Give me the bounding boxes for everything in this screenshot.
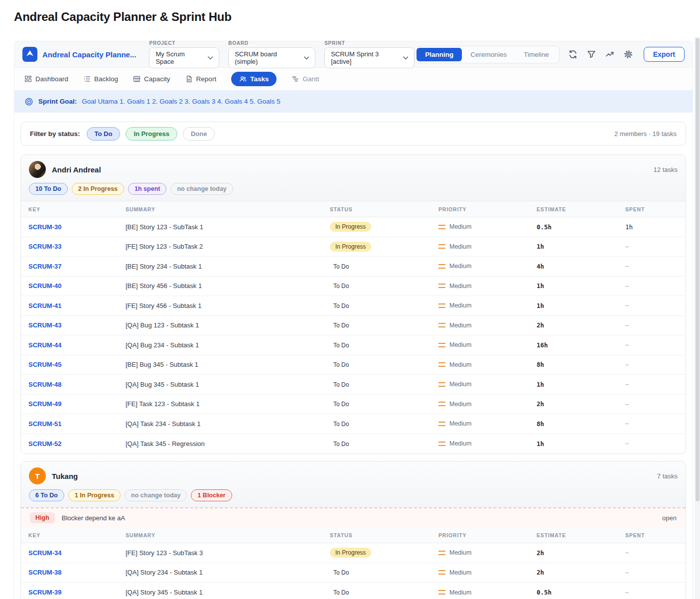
nav-item-dashboard[interactable]: Dashboard [24, 75, 68, 83]
nav-item-backlog[interactable]: Backlog [83, 75, 118, 83]
nav-item-gantt[interactable]: Gantt [291, 75, 319, 83]
selector-group: PROJECT My Scrum Space BOARD SCRUM board… [149, 40, 415, 68]
nav-label: Report [196, 75, 217, 83]
filter-chip-todo[interactable]: To Do [87, 127, 121, 141]
col-status: STATUS [330, 206, 438, 212]
task-status-cell: To Do [330, 400, 438, 408]
task-estimate: 1h [537, 282, 625, 290]
table-body: SCRUM-34[FE] Story 123 - SubTask 3In Pro… [21, 543, 686, 599]
task-status: In Progress [330, 242, 371, 252]
task-key-link[interactable]: SCRUM-52 [28, 440, 61, 448]
task-key-cell: SCRUM-43 [28, 321, 126, 329]
task-estimate: 1h [537, 243, 625, 250]
task-row: SCRUM-48[QA] Bug 345 - Subtask 1To DoMed… [21, 375, 686, 395]
task-key-link[interactable]: SCRUM-49 [28, 400, 61, 408]
task-spent: – [625, 263, 686, 270]
task-priority: Medium [449, 381, 471, 388]
priority-medium-icon [438, 570, 445, 575]
table-header: KEY SUMMARY STATUS PRIORITY ESTIMATE SPE… [21, 201, 686, 217]
trend-icon[interactable] [605, 49, 615, 59]
task-row: SCRUM-38[QA] Story 234 - Subtask 1To DoM… [21, 563, 686, 583]
page-title: Andreal Capacity Planner & Sprint Hub [14, 10, 232, 24]
project-label: PROJECT [149, 40, 219, 46]
task-key-link[interactable]: SCRUM-45 [28, 361, 61, 368]
task-status: To Do [330, 401, 349, 408]
task-key-cell: SCRUM-49 [28, 400, 126, 408]
task-summary: [FE] Story 123 - SubTask 2 [126, 243, 330, 250]
task-status-cell: To Do [330, 341, 438, 349]
task-status: To Do [330, 361, 349, 368]
board-select-value: SCRUM board (simple) [235, 50, 298, 65]
blocker-state[interactable]: open [662, 514, 677, 522]
export-button[interactable]: Export [644, 47, 685, 62]
task-status: To Do [330, 441, 349, 448]
app-logo-icon [22, 47, 37, 62]
task-priority: Medium [449, 589, 471, 596]
member-badge-inprogress: 2 In Progress [72, 183, 124, 195]
member-badge-blocker: 1 Blocker [191, 489, 232, 501]
task-status: To Do [330, 263, 349, 270]
task-summary: [QA] Task 234 - Subtask 1 [126, 420, 330, 428]
filter-chip-done[interactable]: Done [183, 127, 215, 141]
task-key-link[interactable]: SCRUM-39 [28, 589, 61, 596]
task-key-cell: SCRUM-51 [28, 420, 126, 428]
nav-item-capacity[interactable]: Capacity [133, 75, 170, 83]
member-badges: 6 To Do1 In Progressno change today1 Blo… [29, 489, 678, 501]
task-status-cell: In Progress [330, 242, 438, 252]
task-status: In Progress [330, 548, 371, 558]
dashboard-icon [24, 75, 32, 83]
task-spent: – [625, 322, 686, 329]
gantt-icon [291, 75, 299, 83]
priority-medium-icon [438, 225, 445, 229]
task-key-link[interactable]: SCRUM-41 [28, 302, 61, 309]
task-estimate: 1h [537, 381, 625, 388]
task-key-link[interactable]: SCRUM-43 [28, 321, 61, 329]
task-spent: – [625, 420, 686, 427]
task-status: To Do [330, 283, 349, 290]
tab-planning[interactable]: Planning [417, 48, 462, 61]
task-status: To Do [330, 589, 349, 596]
member-section-andri: Andri Andreal 12 tasks 10 To Do2 In Prog… [20, 154, 686, 454]
task-key-link[interactable]: SCRUM-44 [28, 341, 61, 349]
task-status-cell: To Do [330, 569, 438, 576]
nav-item-tasks[interactable]: Tasks [231, 72, 277, 86]
priority-medium-icon [438, 422, 445, 426]
scrollbar-thumb[interactable] [696, 38, 700, 501]
task-summary: [QA] Bug 345 - Subtask 1 [126, 381, 330, 388]
task-status: To Do [330, 302, 349, 309]
task-key-link[interactable]: SCRUM-37 [28, 263, 61, 270]
task-row: SCRUM-37[BE] Story 234 - Subtask 1To DoM… [21, 257, 686, 277]
task-key-link[interactable]: SCRUM-51 [28, 420, 61, 428]
project-select[interactable]: My Scrum Space [149, 47, 219, 68]
filter-icon[interactable] [586, 49, 596, 59]
task-key-link[interactable]: SCRUM-40 [28, 282, 61, 290]
member-avatar-initial: T [29, 467, 46, 484]
task-key-link[interactable]: SCRUM-34 [28, 549, 61, 557]
board-select[interactable]: SCRUM board (simple) [228, 47, 315, 68]
task-priority-cell: Medium [438, 549, 537, 556]
backlog-icon [83, 75, 91, 83]
gear-icon[interactable] [623, 49, 633, 59]
task-key-link[interactable]: SCRUM-33 [28, 243, 61, 250]
tab-timeline[interactable]: Timeline [515, 48, 558, 61]
task-status: To Do [330, 381, 349, 388]
task-key-cell: SCRUM-52 [28, 440, 126, 448]
refresh-icon[interactable] [568, 49, 578, 59]
scrollbar[interactable] [695, 37, 700, 599]
task-priority: Medium [449, 223, 471, 230]
task-key-cell: SCRUM-33 [28, 243, 126, 250]
task-priority: Medium [449, 549, 471, 556]
task-key-link[interactable]: SCRUM-48 [28, 381, 61, 388]
member-header: T Tukang 7 tasks 6 To Do1 In Progressno … [21, 461, 686, 507]
report-icon [185, 75, 193, 83]
nav-item-report[interactable]: Report [185, 75, 217, 83]
task-key-link[interactable]: SCRUM-30 [28, 223, 61, 231]
sprint-select[interactable]: SCRUM Sprint 3 [active] [324, 47, 415, 68]
task-priority: Medium [449, 361, 471, 368]
tab-ceremonies[interactable]: Ceremonies [462, 48, 515, 61]
task-estimate: 1h [537, 440, 625, 448]
filter-chip-inprogress[interactable]: In Progress [126, 127, 177, 141]
chevron-down-icon [208, 56, 213, 60]
task-key-link[interactable]: SCRUM-38 [28, 569, 61, 576]
task-estimate: 16h [537, 341, 625, 349]
